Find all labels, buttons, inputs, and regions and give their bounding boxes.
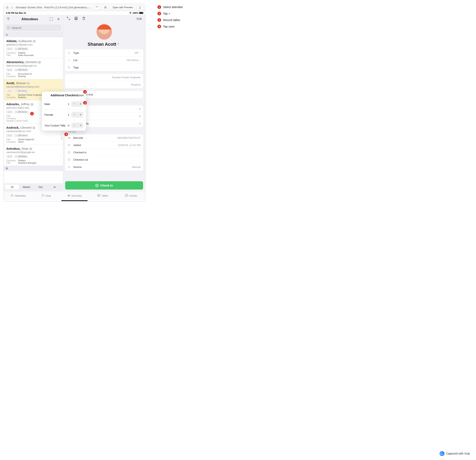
- row-label: Type: [73, 51, 134, 54]
- tally-value: 0: [66, 124, 69, 127]
- search-bar[interactable]: [5, 25, 61, 31]
- svg-rect-13: [8, 135, 8, 136]
- segment-out[interactable]: Out: [34, 185, 48, 190]
- svg-point-20: [68, 67, 69, 67]
- battery-icon: [139, 12, 143, 14]
- row-value: 0: [139, 107, 141, 110]
- preview-window: Simulator Screen Shot - iPad Pro (12.9-i…: [4, 4, 145, 201]
- step-text: Select attendee: [163, 5, 183, 9]
- markup-button[interactable]: [102, 5, 109, 10]
- list-chip: GM Demo: [14, 110, 29, 114]
- home-indicator: [4, 200, 145, 201]
- card-row: Realmix: [65, 81, 143, 88]
- card-row[interactable]: ListGM Demo›: [65, 57, 143, 64]
- checkin-button[interactable]: Check In: [65, 181, 143, 190]
- row-value: 3852895744570137: [117, 136, 141, 139]
- add-icon[interactable]: [56, 17, 60, 22]
- card-row: Checked out: [65, 156, 143, 163]
- stepper[interactable]: − +: [71, 123, 84, 128]
- open-preview-button[interactable]: Open with Preview: [111, 5, 135, 10]
- share-button[interactable]: [136, 5, 143, 10]
- tab-summary[interactable]: Summary: [60, 191, 89, 200]
- row-value: 10/20/19, 12:41 PM: [118, 144, 141, 147]
- tab-tallies[interactable]: Tallies: [89, 191, 117, 200]
- segment-in[interactable]: In: [48, 185, 62, 190]
- status-time: 4:06 PM Sat Mar 21: [6, 12, 26, 14]
- attendee-row[interactable]: Abramovicz, Demetris✓ dabramoviczp@googl…: [4, 58, 63, 79]
- trash-icon[interactable]: [82, 17, 86, 21]
- stepper-minus[interactable]: −: [71, 123, 77, 128]
- chevron-right-icon: ›: [140, 59, 141, 62]
- cal-icon: [68, 144, 72, 147]
- close-window-icon[interactable]: [6, 6, 9, 9]
- row-label: Checked out: [73, 158, 141, 161]
- battery-pct: 100%: [133, 12, 138, 14]
- popover-save-button[interactable]: Save: [77, 94, 84, 97]
- verified-icon: ✓: [33, 40, 36, 43]
- svg-rect-17: [75, 17, 77, 18]
- filter-segmented[interactable]: AllAbsentOutIn: [5, 184, 62, 190]
- verified-icon: ✓: [32, 126, 35, 129]
- segment-absent[interactable]: Absent: [19, 185, 34, 190]
- scan-icon[interactable]: [49, 17, 53, 22]
- chevron-right-icon: ›: [60, 88, 61, 92]
- stepper-plus[interactable]: +: [77, 101, 84, 107]
- additional-checkins-popover: Additional Checkins Save Male 1 − + Fema…: [42, 92, 86, 131]
- svg-point-3: [130, 14, 130, 14]
- mac-toolbar: Simulator Screen Shot - iPad Pro (12.9-i…: [4, 4, 145, 11]
- card-row[interactable]: Tags›: [65, 64, 143, 71]
- card-row[interactable]: TypeVIP›: [65, 49, 143, 57]
- attendee-row[interactable]: Abbate, Guillaume✓ gabbate1m@yelp.com 1 …: [4, 37, 63, 58]
- stepper-minus[interactable]: −: [71, 101, 77, 107]
- scan-icon: [41, 194, 44, 198]
- verified-icon: ✓: [31, 103, 34, 106]
- tab-attendees[interactable]: Attendees: [4, 191, 32, 200]
- verified-icon: ✓: [117, 43, 121, 46]
- section-header-b: B: [4, 166, 63, 171]
- profile-header: Shanan Acott ✓: [63, 23, 145, 49]
- chevron-right-icon: ›: [60, 67, 61, 70]
- step-number-icon: 3: [157, 18, 161, 22]
- list-chip: GM Demo: [14, 47, 29, 50]
- clock-icon: [125, 194, 128, 198]
- row-label: Barcode: [73, 136, 117, 139]
- bars-icon: [67, 194, 70, 197]
- row-value: VIP: [134, 51, 139, 54]
- stepper-minus[interactable]: −: [71, 112, 77, 117]
- edit-button[interactable]: Edit: [136, 17, 142, 20]
- attendee-row[interactable]: Antrobus, Shae✓ santrobus24@google.es 1 …: [4, 145, 63, 166]
- svg-rect-11: [8, 111, 8, 112]
- print-icon[interactable]: [74, 17, 78, 21]
- filter-icon[interactable]: [6, 17, 10, 22]
- expand-icon[interactable]: [66, 17, 70, 21]
- step-number-icon: 4: [157, 25, 161, 28]
- verified-icon: ✓: [27, 82, 30, 85]
- avatar: [97, 24, 112, 40]
- tab-arrivals[interactable]: Arrivals: [117, 191, 145, 200]
- stepper[interactable]: − +: [71, 101, 84, 107]
- svg-rect-30: [69, 195, 70, 196]
- block-icon: [11, 6, 14, 9]
- step-text: Tap save: [163, 25, 174, 28]
- row-value: GM Demo: [127, 59, 138, 62]
- step-number-icon: 1: [157, 5, 161, 9]
- segment-all[interactable]: All: [5, 185, 19, 190]
- step-text: Record tallies: [163, 18, 180, 22]
- tab-scan[interactable]: Scan: [32, 191, 60, 200]
- card-row: Barcode3852895744570137: [65, 134, 143, 142]
- rotate-button[interactable]: [94, 5, 100, 10]
- wifi-icon: [129, 12, 132, 14]
- stepper[interactable]: − +: [71, 112, 84, 117]
- card-row: Checked in: [65, 149, 143, 156]
- count-chip: 1: [6, 68, 13, 71]
- attendee-name: Abbate, Guillaume✓: [6, 39, 60, 43]
- search-input[interactable]: [11, 26, 60, 30]
- tally-value: 1: [66, 102, 69, 106]
- left-navbar: Attendees: [4, 15, 63, 24]
- stepper-plus[interactable]: +: [77, 123, 84, 128]
- stepper-plus[interactable]: +: [77, 112, 84, 117]
- row-value: Nuclear Power Engineer: [112, 76, 141, 79]
- attendee-meta: CompanyDabjamTitleAssistant Manager: [6, 159, 60, 164]
- list-chip: Jeff Blake: [14, 155, 28, 158]
- list-chip: GM Demo: [14, 89, 29, 92]
